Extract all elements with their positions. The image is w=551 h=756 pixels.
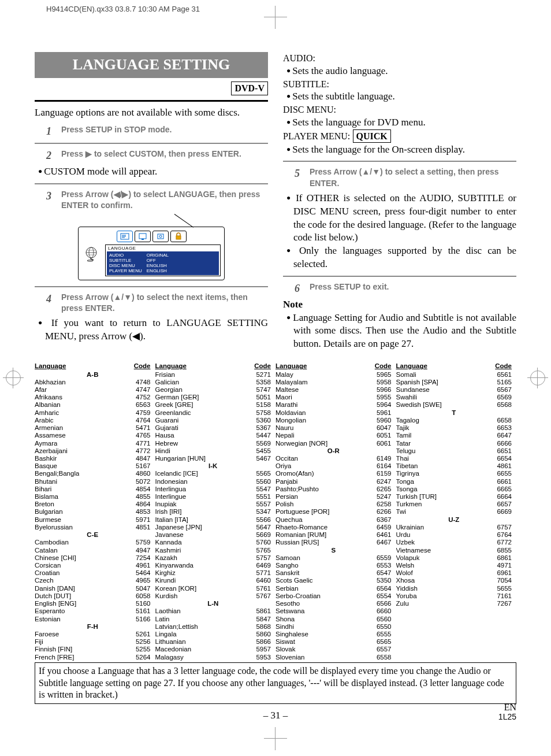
table-row: Tigrinya6655	[396, 470, 512, 477]
table-row: Urdu6764	[396, 531, 512, 539]
table-row: Nepali6051	[276, 432, 392, 439]
table-row: Sundanese6567	[396, 386, 512, 394]
table-row: Bengali;Bangla4860	[35, 470, 151, 477]
table-row: Kurdish5767	[155, 592, 271, 600]
osd-row: PLAYER MENU	[109, 268, 142, 273]
table-row: Hungarian [HUN]5467	[155, 455, 271, 462]
table-row: Marathi5964	[276, 401, 392, 409]
table-row: Arabic4764	[35, 417, 151, 424]
table-row: Kashmiri5765	[155, 547, 271, 554]
corner-en: EN	[498, 702, 516, 713]
table-row: Maltese5966	[276, 386, 392, 394]
table-row: Cambodian5759	[35, 539, 151, 546]
table-row: Croatian5464	[35, 569, 151, 577]
divider	[35, 100, 268, 102]
table-row: Kinyarwanda6469	[155, 562, 271, 569]
table-row: Rhaeto-Romance6459	[276, 524, 392, 531]
table-row: Kirghiz5771	[155, 569, 271, 577]
table-row: Hindi5455	[155, 447, 271, 455]
table-row: Chinese [CHI]7254	[35, 554, 151, 562]
table-row: Bislama4855	[35, 493, 151, 501]
osd-row: DISC MENU	[109, 263, 142, 268]
table-row: Persian5247	[276, 493, 392, 501]
step-number: 6	[295, 281, 304, 295]
svg-rect-4	[139, 234, 146, 239]
section-title: LANGUAGE SETTING	[35, 52, 268, 78]
table-row: French [FRE]5264	[35, 654, 151, 661]
note-body: Language Setting for Audio and Subtitle …	[286, 312, 516, 351]
table-row: Dutch [DUT]6058	[35, 592, 151, 600]
table-row: Corsican4961	[35, 562, 151, 569]
table-row: Romanian [RUM]6461	[276, 531, 392, 539]
table-section: S	[276, 547, 392, 554]
table-row: Twi6669	[396, 508, 512, 516]
step-4: 4 Press Arrow (▲/▼) to select the next i…	[46, 292, 268, 314]
table-row: Serbo-Croatian6554	[276, 592, 392, 600]
table-row: Greek [GRE]5158	[155, 401, 271, 409]
table-row: Tamil6647	[396, 432, 512, 439]
table-row: Finnish [FIN]5255	[35, 646, 151, 653]
table-row: Albanian6563	[35, 401, 151, 409]
table-row: Icelandic [ICE]5565	[155, 470, 271, 477]
table-row: Slovenian6558	[276, 654, 392, 661]
table-row: Esperanto5161	[35, 607, 151, 615]
table-row: Tajik6653	[396, 424, 512, 432]
table-row: Danish [DAN]5047	[35, 585, 151, 592]
table-row: Tagalog6658	[396, 417, 512, 424]
table-row: Frisian5271	[155, 371, 271, 379]
table-row: Breton4864	[35, 501, 151, 508]
osd-row: SUBTITLE	[109, 258, 142, 263]
table-row: Fiji5256	[35, 638, 151, 646]
table-header: LanguageCode	[276, 362, 392, 370]
table-row: Inupiak5557	[155, 501, 271, 508]
table-row: Lingala5860	[155, 631, 271, 638]
table-row: Latin5847	[155, 616, 271, 623]
table-row: Yiddish5655	[396, 585, 512, 592]
subtitle-heading: SUBTITLE:	[283, 78, 516, 91]
table-row: German [GER]5051	[155, 394, 271, 401]
table-row: Irish [IRI]5347	[155, 508, 271, 516]
registration-mark-bottom	[264, 727, 287, 744]
dvd-v-tag: DVD-V	[231, 81, 268, 95]
table-row: Interlingua5547	[155, 486, 271, 493]
table-row: Polish6258	[276, 501, 392, 508]
table-row: Nauru6047	[276, 424, 392, 432]
disc-menu-desc: Sets the language for DVD menu.	[286, 116, 516, 129]
table-row: Indonesian5560	[155, 478, 271, 486]
table-row: Sangho6553	[276, 562, 392, 569]
osd-val: ORIGINAL	[147, 253, 169, 258]
table-row: Telugu6651	[396, 447, 512, 455]
audio-desc: Sets the audio language.	[286, 65, 516, 78]
table-row: Scots Gaelic5350	[276, 577, 392, 584]
table-row: Oromo(Afan)6159	[276, 470, 392, 477]
svg-point-7	[159, 235, 162, 238]
step-1: 1 Press SETUP in STOP mode.	[46, 124, 268, 138]
step-3: 3 Press Arrow (◀/▶) to select LANGUAGE, …	[46, 189, 268, 212]
table-row: Vietnamese6855	[396, 547, 512, 554]
page-number: – 31 –	[35, 710, 516, 721]
step-number: 3	[46, 189, 55, 212]
table-row: Bulgarian4853	[35, 508, 151, 516]
table-row: Norwegian [NOR]6061	[276, 440, 392, 447]
table-row: Byelorussian4851	[35, 524, 151, 531]
corner-code: EN 1L25	[498, 702, 516, 721]
table-column-3: LanguageCodeMalay5965Malayalam5958Maltes…	[276, 362, 396, 661]
parental-tab-icon	[170, 231, 187, 242]
table-section: U-Z	[396, 516, 512, 524]
step-5-note-2: Only the languages supported by the disc…	[286, 244, 516, 271]
step-text: Press ▶ to select CUSTOM, then press ENT…	[61, 149, 241, 162]
table-row: Samoan6559	[276, 554, 392, 562]
osd-val: ENGLISH	[147, 268, 169, 273]
note-heading: Note	[283, 298, 516, 312]
table-row: Tonga6661	[396, 478, 512, 486]
step-number: 1	[46, 124, 55, 138]
table-row: Latvian;Lettish5868	[155, 623, 271, 631]
step-6: 6 Press SETUP to exit.	[295, 281, 516, 295]
table-row: Galician5358	[155, 379, 271, 386]
osd-val: OFF	[147, 258, 169, 263]
table-row: Uzbek6772	[396, 539, 512, 546]
step-divider	[35, 183, 268, 184]
osd-left-col: AUDIO SUBTITLE DISC MENU PLAYER MENU	[109, 253, 142, 274]
svg-point-15	[87, 260, 93, 261]
table-row: Basque5167	[35, 462, 151, 470]
